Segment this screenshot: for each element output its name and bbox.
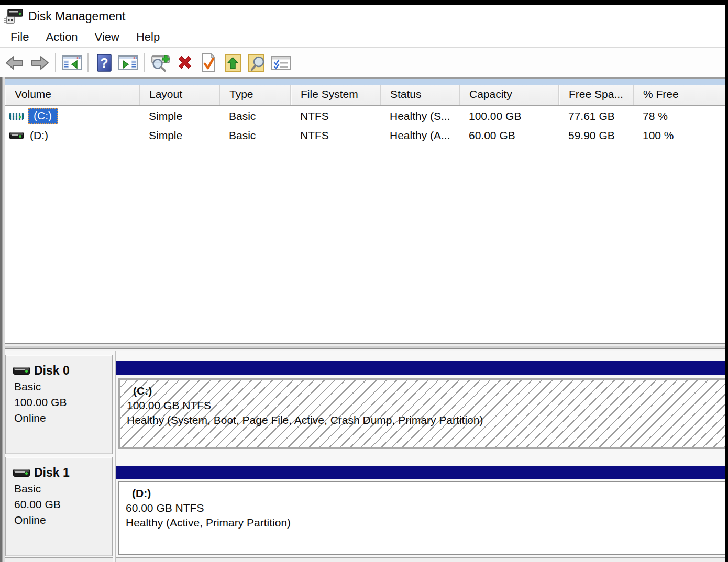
volume-label-selected[interactable]: (C:) bbox=[28, 108, 58, 124]
layout-cell: Simple bbox=[140, 129, 220, 142]
toolbar-separator bbox=[55, 53, 56, 72]
toolbar-separator bbox=[87, 53, 89, 72]
title-bar: Disk Management bbox=[0, 5, 725, 27]
rescan-disks-button[interactable] bbox=[149, 51, 173, 74]
column-header-pct-free[interactable]: % Free bbox=[634, 85, 725, 105]
partition-health: Healthy (System, Boot, Page File, Active… bbox=[127, 414, 725, 426]
column-header-type[interactable]: Type bbox=[220, 85, 291, 105]
volume-drive-icon bbox=[9, 113, 24, 120]
listview-top-strip bbox=[1, 79, 725, 85]
disk-type: Basic bbox=[14, 481, 112, 497]
volume-cell: (C:) bbox=[5, 108, 140, 124]
disk0-partition-color-strip bbox=[116, 361, 725, 375]
type-cell: Basic bbox=[220, 129, 291, 142]
file-system-cell: NTFS bbox=[291, 129, 381, 142]
volume-list: (C:) Simple Basic NTFS Healthy (S... 100… bbox=[5, 106, 725, 343]
disk-size: 100.00 GB bbox=[14, 395, 112, 410]
file-system-cell: NTFS bbox=[291, 110, 381, 122]
properties-list-icon bbox=[270, 54, 292, 72]
volume-label[interactable]: (D:) bbox=[30, 129, 48, 142]
back-arrow-icon bbox=[5, 54, 26, 72]
delete-volume-button[interactable] bbox=[173, 51, 197, 74]
show-action-pane-icon bbox=[117, 54, 139, 72]
toolbar: ? bbox=[0, 48, 725, 77]
window-left-edge bbox=[0, 77, 5, 562]
disk-status: Online bbox=[14, 410, 112, 426]
folder-up-arrow-button[interactable] bbox=[221, 51, 245, 74]
disk-type: Basic bbox=[14, 379, 112, 395]
disk-name: Disk 0 bbox=[34, 364, 70, 378]
column-header-status[interactable]: Status bbox=[381, 85, 460, 105]
help-icon: ? bbox=[95, 53, 113, 72]
disk0-info-panel[interactable]: Disk 0 Basic 100.00 GB Online bbox=[5, 355, 113, 454]
partition-size: 60.00 GB NTFS bbox=[126, 502, 725, 514]
help-button[interactable]: ? bbox=[92, 51, 116, 74]
volume-row-d[interactable]: (D:) Simple Basic NTFS Healthy (A... 60.… bbox=[5, 126, 725, 145]
layout-cell: Simple bbox=[140, 110, 220, 122]
disk1-info-panel[interactable]: Disk 1 Basic 60.00 GB Online bbox=[5, 457, 113, 556]
pct-free-cell: 78 % bbox=[634, 110, 725, 122]
column-header-file-system[interactable]: File System bbox=[291, 85, 381, 105]
toolbar-separator bbox=[144, 53, 145, 72]
column-header-volume[interactable]: Volume bbox=[5, 85, 140, 105]
column-header-free-space[interactable]: Free Spa... bbox=[559, 85, 634, 105]
menu-bar: File Action View Help bbox=[0, 27, 725, 48]
graphical-view-divider bbox=[115, 351, 116, 562]
folder-magnifier-icon bbox=[247, 53, 267, 73]
next-disk-row-clipped bbox=[116, 557, 725, 562]
partition-label: (D:) bbox=[132, 487, 725, 500]
partition-size: 100.00 GB NTFS bbox=[127, 399, 725, 412]
properties-list-button[interactable] bbox=[269, 51, 293, 74]
pane-splitter[interactable] bbox=[0, 343, 725, 351]
type-cell: Basic bbox=[220, 110, 291, 122]
back-button[interactable] bbox=[3, 51, 27, 74]
disk1-partition-d[interactable]: (D:) 60.00 GB NTFS Healthy (Active, Prim… bbox=[118, 481, 725, 555]
screen-top-bar bbox=[0, 0, 728, 5]
screen-right-bar bbox=[725, 0, 728, 562]
disk-size: 60.00 GB bbox=[14, 497, 112, 512]
disk-management-app-icon bbox=[4, 6, 24, 26]
disk0-partition-c[interactable]: (C:) 100.00 GB NTFS Healthy (System, Boo… bbox=[118, 378, 725, 449]
free-space-cell: 77.61 GB bbox=[559, 110, 634, 122]
rescan-disks-icon bbox=[150, 53, 172, 73]
menu-view[interactable]: View bbox=[95, 30, 119, 44]
disk-icon bbox=[13, 469, 30, 477]
capacity-cell: 100.00 GB bbox=[460, 110, 559, 122]
page-title: Disk Management bbox=[28, 9, 125, 24]
check-document-button[interactable] bbox=[197, 51, 221, 74]
delete-x-icon bbox=[174, 53, 195, 72]
menu-file[interactable]: File bbox=[10, 30, 29, 44]
volume-list-header: Volume Layout Type File System Status Ca… bbox=[5, 85, 725, 106]
free-space-cell: 59.90 GB bbox=[559, 129, 634, 142]
show-action-pane-button[interactable] bbox=[116, 51, 140, 74]
show-console-tree-icon bbox=[61, 54, 83, 72]
folder-up-arrow-icon bbox=[224, 53, 242, 73]
column-header-layout[interactable]: Layout bbox=[140, 85, 220, 105]
volume-cell: (D:) bbox=[5, 129, 140, 142]
forward-arrow-icon bbox=[29, 54, 50, 72]
disk-icon bbox=[13, 367, 30, 375]
volume-row-c[interactable]: (C:) Simple Basic NTFS Healthy (S... 100… bbox=[5, 106, 725, 126]
next-disk-row-clipped bbox=[5, 557, 113, 562]
status-cell: Healthy (A... bbox=[381, 129, 460, 142]
show-console-tree-button[interactable] bbox=[60, 51, 84, 74]
volume-drive-icon bbox=[9, 132, 24, 139]
partition-label: (C:) bbox=[133, 385, 725, 397]
check-document-icon bbox=[200, 53, 218, 73]
disk-name: Disk 1 bbox=[34, 466, 70, 480]
question-glyph: ? bbox=[100, 55, 108, 70]
menu-action[interactable]: Action bbox=[46, 30, 78, 44]
column-header-capacity[interactable]: Capacity bbox=[460, 85, 559, 105]
pct-free-cell: 100 % bbox=[634, 129, 725, 142]
menu-help[interactable]: Help bbox=[136, 30, 160, 44]
status-cell: Healthy (S... bbox=[381, 110, 460, 122]
capacity-cell: 60.00 GB bbox=[460, 129, 559, 142]
forward-button[interactable] bbox=[27, 51, 51, 74]
partition-health: Healthy (Active, Primary Partition) bbox=[126, 516, 725, 529]
disk1-partition-color-strip bbox=[116, 466, 725, 479]
folder-magnifier-button[interactable] bbox=[245, 51, 269, 74]
disk-status: Online bbox=[14, 512, 112, 528]
